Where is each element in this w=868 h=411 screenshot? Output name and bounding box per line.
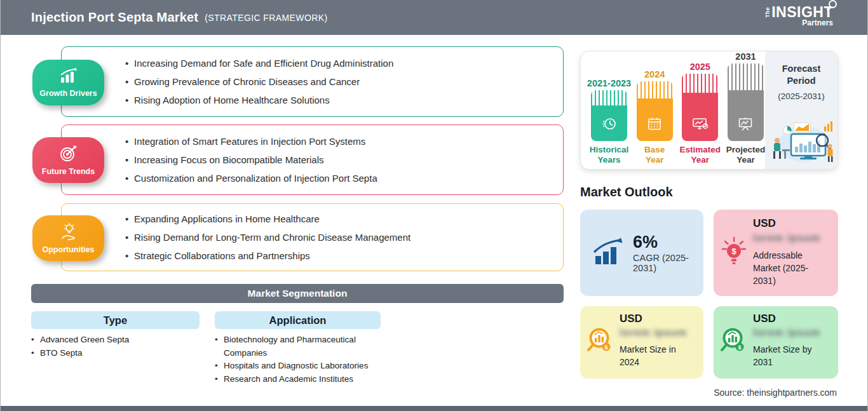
svg-text:$: $ (731, 246, 736, 256)
calendar-icon (646, 116, 663, 134)
page-subtitle: (STRATEGIC FRAMEWORK) (205, 13, 327, 23)
logo-main: The INSIGHT (764, 5, 833, 20)
monitor-analytics-icon (691, 116, 709, 134)
growth-bars-icon (592, 237, 625, 269)
svg-text:$: $ (738, 344, 741, 351)
footer-bar (1, 406, 867, 411)
historical-years-bar: 2021-2023 Historical Years (591, 78, 627, 168)
badge-label: Opportunities (43, 245, 95, 254)
projected-year-bar: 2031 (728, 51, 764, 168)
logo-insight: INSIGHT (771, 5, 833, 20)
market-size-2024-card: $ USD lorem ipsum Market Size in 2024 (580, 306, 703, 379)
bar-year-label: 2031 (735, 51, 756, 62)
source-text: Source: theinsightpartners.com (714, 387, 837, 398)
growth-drivers-box: Increasing Demand for Safe and Efficient… (61, 46, 564, 117)
bar-striped-cap (682, 74, 718, 93)
analytics-illustration (768, 116, 834, 166)
market-outlook-title: Market Outlook (580, 185, 673, 199)
bar-body (637, 98, 673, 141)
market-size-2031-card: $ USD lorem ipsum Market Size by 2031 (714, 306, 838, 379)
badge-label: Future Trends (42, 167, 95, 176)
bar-striped-cap (728, 64, 764, 90)
bar-label: Projected Year (726, 145, 766, 165)
badge-label: Growth Drivers (39, 89, 97, 98)
bar (728, 64, 764, 141)
magnifier-icon (829, 0, 837, 8)
cagr-label: CAGR (2025-2031) (633, 253, 703, 273)
list-item: Advanced Green Septa (31, 334, 203, 347)
segment-application-header: Application (215, 311, 381, 329)
header-bar: Injection Port Septa Market (STRATEGIC F… (1, 0, 867, 35)
estimated-year-bar: 2025 (682, 62, 718, 168)
future-trends-badge: Future Trends (32, 137, 104, 183)
bar-year-label: 2025 (690, 62, 710, 72)
cagr-card: 6% CAGR (2025-2031) (580, 210, 703, 296)
clock-history-icon (601, 116, 618, 134)
list-item: Customization and Personalization of Inj… (125, 173, 548, 184)
list-item: Rising Adoption of Home Healthcare Solut… (125, 95, 548, 105)
list-item: Strategic Collaborations and Partnership… (125, 250, 548, 261)
card-label: Addressable Market (2025-2031) (753, 249, 829, 287)
logo-the: The (764, 7, 771, 18)
bar (637, 81, 673, 141)
future-trends-box: Integration of Smart Features in Injecti… (61, 125, 564, 195)
magnifier-chart-icon: $ (719, 326, 750, 359)
masked-value: lorem ipsum (620, 327, 687, 339)
currency-label: USD (753, 313, 776, 325)
page-title: Injection Port Septa Market (31, 10, 198, 25)
bar-label: Historical Years (590, 145, 629, 165)
segmentation-title: Market Segmentation (248, 288, 348, 299)
list-item: Research and Academic Institutes (215, 373, 385, 386)
svg-text:$: $ (604, 344, 607, 351)
list-item: Growing Prevalence of Chronic Diseases a… (125, 76, 548, 87)
card-label: Market Size by 2031 (753, 343, 829, 368)
market-segmentation-bar: Market Segmentation (31, 284, 564, 303)
infographic-page: Injection Port Septa Market (STRATEGIC F… (0, 0, 868, 411)
masked-value: lorem ipsum (753, 232, 820, 244)
card-label: Market Size in 2024 (620, 343, 696, 368)
bar-body (591, 105, 627, 141)
bar-year-label: 2024 (644, 69, 665, 79)
list-item: Increasing Focus on Biocompatible Materi… (125, 154, 548, 165)
list-item: Expanding Applications in Home Healthcar… (125, 213, 548, 224)
bar-label: Estimated Year (680, 145, 721, 165)
growth-drivers-list: Increasing Demand for Safe and Efficient… (62, 47, 563, 116)
presentation-chart-icon (737, 116, 754, 134)
timeline-bars: 2021-2023 Historical Years (591, 51, 764, 168)
list-item: Hospitals and Diagnostic Laboratories (215, 360, 385, 373)
list-item: Integration of Smart Features in Injecti… (125, 136, 548, 147)
bar-year-label: 2021-2023 (587, 78, 631, 88)
dollar-lightbulb-icon: $ (720, 235, 748, 271)
bar-label: Base Year (637, 145, 673, 165)
bar-body (682, 93, 718, 141)
forecast-timeline-card: 2021-2023 Historical Years (580, 51, 838, 170)
opportunities-list: Expanding Applications in Home Healthcar… (62, 204, 563, 271)
segment-application-list: Biotechnology and Pharmaceutical Compani… (215, 334, 385, 386)
list-item: Increasing Demand for Safe and Efficient… (125, 58, 548, 69)
cagr-value: 6% (633, 232, 703, 252)
segment-type-list: Advanced Green Septa BTO Septa (31, 334, 203, 360)
currency-label: USD (620, 313, 642, 325)
addressable-market-card: $ USD lorem ipsum Addressable Market (20… (714, 210, 838, 296)
bar-striped-cap (637, 81, 673, 98)
target-icon (59, 145, 78, 165)
bar (682, 74, 718, 141)
opportunities-badge: Opportunities (32, 215, 104, 261)
currency-label: USD (753, 217, 776, 230)
bar (591, 90, 627, 141)
forecast-period-range: (2025-2031) (765, 91, 837, 101)
forecast-period-title: Forecast Period (776, 63, 827, 87)
list-item: BTO Septa (31, 347, 203, 360)
segment-type-header: Type (31, 311, 200, 329)
insight-partners-logo: The INSIGHT Partners (764, 5, 833, 27)
growth-drivers-badge: Growth Drivers (32, 60, 104, 105)
forecast-period-panel: Forecast Period (2025-2031) (765, 51, 837, 169)
hand-lightbulb-icon (58, 223, 79, 243)
base-year-bar: 2024 (637, 69, 673, 168)
bar-striped-cap (591, 90, 627, 105)
bar-body (728, 90, 764, 141)
cagr-text: 6% CAGR (2025-2031) (633, 232, 703, 273)
list-item: Rising Demand for Long-Term and Chronic … (125, 232, 548, 243)
future-trends-list: Integration of Smart Features in Injecti… (62, 125, 563, 194)
magnifier-chart-icon: $ (585, 326, 617, 359)
